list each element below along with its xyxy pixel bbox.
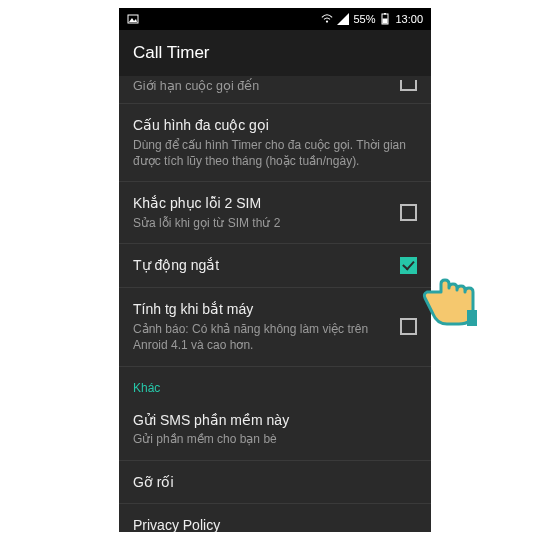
clock: 13:00	[395, 13, 423, 25]
row-subtitle: Gửi phần mềm cho bạn bè	[133, 431, 417, 447]
app-bar: Call Timer	[119, 30, 431, 76]
row-title: Cấu hình đa cuộc gọi	[133, 116, 417, 135]
pointer-hand-icon	[419, 254, 499, 338]
row-title: Khắc phục lỗi 2 SIM	[133, 194, 390, 213]
checkbox-auto-disconnect[interactable]	[400, 257, 417, 274]
svg-rect-6	[384, 13, 386, 15]
svg-marker-3	[337, 13, 349, 25]
row-send-sms[interactable]: Gửi SMS phần mềm này Gửi phần mềm cho bạ…	[119, 399, 431, 461]
wifi-icon	[321, 13, 333, 25]
row-debug[interactable]: Gỡ rối	[119, 461, 431, 505]
row-title: Tính tg khi bắt máy	[133, 300, 390, 319]
row-title: Gỡ rối	[133, 473, 417, 492]
row-incoming-limit[interactable]: Giới hạn cuộc gọi đến	[119, 76, 431, 104]
phone-frame: 55% 13:00 Call Timer Giới hạn cuộc gọi đ…	[119, 8, 431, 532]
row-sim2-fix[interactable]: Khắc phục lỗi 2 SIM Sửa lỗi khi gọi từ S…	[119, 182, 431, 244]
settings-list[interactable]: Giới hạn cuộc gọi đến Cấu hình đa cuộc g…	[119, 76, 431, 532]
row-count-on-answer[interactable]: Tính tg khi bắt máy Cảnh báo: Có khả năn…	[119, 288, 431, 366]
picture-icon	[127, 13, 139, 25]
status-bar: 55% 13:00	[119, 8, 431, 30]
row-subtitle: Giới hạn cuộc gọi đến	[133, 78, 390, 93]
app-title: Call Timer	[133, 43, 210, 63]
battery-percent: 55%	[353, 13, 375, 25]
checkbox-sim2[interactable]	[400, 204, 417, 221]
checkbox-count-answer[interactable]	[400, 318, 417, 335]
row-auto-disconnect[interactable]: Tự động ngắt	[119, 244, 431, 288]
row-subtitle: Cảnh báo: Có khả năng không làm việc trê…	[133, 321, 390, 353]
checkbox-partial[interactable]	[400, 80, 417, 91]
row-title: Tự động ngắt	[133, 256, 390, 275]
row-privacy-policy[interactable]: Privacy Policy	[119, 504, 431, 532]
svg-rect-7	[467, 310, 477, 326]
row-title: Privacy Policy	[133, 516, 417, 532]
signal-icon	[337, 13, 349, 25]
svg-marker-1	[129, 18, 137, 22]
row-multi-call-config[interactable]: Cấu hình đa cuộc gọi Dùng để cấu hình Ti…	[119, 104, 431, 182]
row-subtitle: Dùng để cấu hình Timer cho đa cuộc gọi. …	[133, 137, 417, 169]
svg-rect-5	[383, 19, 388, 24]
section-header-other: Khác	[119, 367, 431, 399]
row-subtitle: Sửa lỗi khi gọi từ SIM thứ 2	[133, 215, 390, 231]
row-title: Gửi SMS phần mềm này	[133, 411, 417, 430]
battery-icon	[379, 13, 391, 25]
svg-point-2	[326, 20, 328, 22]
